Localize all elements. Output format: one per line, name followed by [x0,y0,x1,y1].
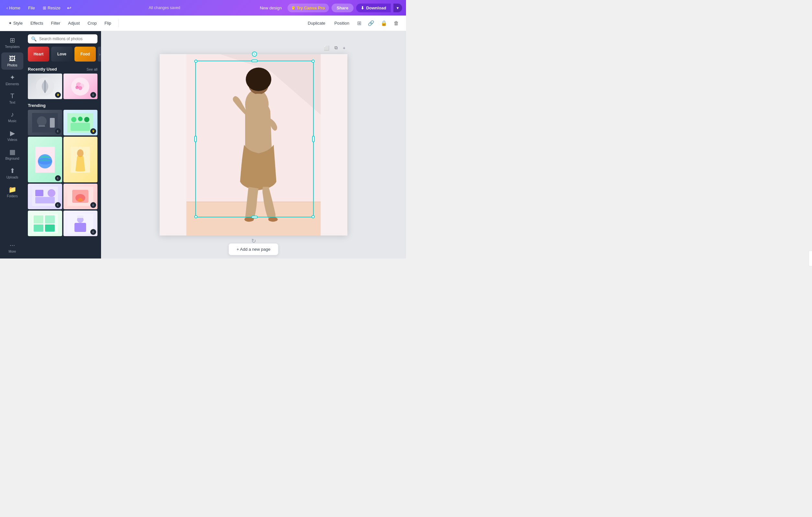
trending-photo-3[interactable]: £ [28,137,62,182]
category-heart[interactable]: Heart [28,47,49,61]
trending-title: Trending [28,103,46,108]
undo-button[interactable]: ↩ [66,4,72,12]
free-badge-4: £ [90,202,96,208]
search-input[interactable] [39,36,94,41]
category-food[interactable]: Food [75,47,96,61]
sidebar-item-videos[interactable]: ▶ Videos [1,127,23,144]
main-layout: ⊞ Templates 🖼 Photos ✦ Elements T Text ♪… [0,31,406,258]
trending-photo-4[interactable] [63,137,98,182]
category-love[interactable]: Love [51,47,72,61]
trending-grid-4: £ [28,211,97,236]
chevron-down-icon: ▾ [397,5,399,10]
sidebar-item-music[interactable]: ♪ Music [1,108,23,125]
canvas-add-button[interactable]: + [341,44,347,52]
see-all-button[interactable]: See all [86,67,97,71]
recent-photo-2[interactable]: £ [63,74,98,99]
svg-point-5 [78,86,82,90]
videos-icon: ▶ [10,129,15,137]
photos-icon: 🖼 [9,55,16,62]
duplicate-button[interactable]: Duplicate [304,19,329,28]
try-pro-button[interactable]: ♛ Try Canva Pro [288,4,329,12]
more-icon: ··· [10,241,15,249]
chevron-left-icon: ‹ [6,5,8,10]
sidebar-item-more[interactable]: ··· More [1,239,23,256]
sidebar-item-templates[interactable]: ⊞ Templates [1,34,23,51]
trending-photo-1[interactable]: £ [28,110,62,135]
sidebar-item-elements[interactable]: ✦ Elements [1,71,23,88]
crown-icon: ♛ [291,5,295,10]
trending-photo-5[interactable]: £ [28,184,62,209]
download-button[interactable]: ⬇ Download [356,4,391,12]
svg-rect-29 [34,215,44,223]
category-chips: Heart Love Food › [25,45,101,64]
svg-point-46 [268,217,278,222]
canvas-content [160,54,347,236]
resize-label: Resize [48,5,61,10]
trending-photo-2[interactable]: ♛ [63,110,98,135]
svg-rect-15 [70,123,90,131]
recently-used-title: Recently Used [28,67,57,72]
cooking-image [32,113,58,133]
canvas-duplicate-button[interactable]: ⧉ [332,44,340,52]
link-icon-button[interactable]: 🔗 [366,18,376,28]
sidebar-item-photos[interactable]: 🖼 Photos [1,53,23,70]
svg-rect-35 [75,223,86,232]
home-button[interactable]: ‹ Home [4,4,23,12]
music-icon: ♪ [11,111,14,118]
toolbar-right: Duplicate Position ⊞ 🔗 🔒 🗑 [304,18,401,28]
svg-rect-32 [45,224,55,232]
delete-icon-button[interactable]: 🗑 [392,19,401,28]
svg-point-6 [76,86,79,89]
new-design-button[interactable]: New design [256,4,285,12]
sidebar-item-background[interactable]: ▦ Bkground [1,145,23,163]
navbar: ‹ Home File ⊞ Resize ↩ All changes saved… [0,0,406,16]
svg-point-24 [48,189,55,197]
grid-icon-button[interactable]: ⊞ [355,18,363,28]
free-badge-1: £ [55,128,61,134]
sidebar-item-text[interactable]: T Text [1,90,23,107]
canvas-page: ↻ [160,54,347,236]
trending-photo-8[interactable]: £ [63,211,98,236]
share-button[interactable]: Share [331,4,353,12]
canvas-copy-frame-button[interactable]: ⬜ [322,44,331,52]
filter-button[interactable]: Filter [48,19,63,28]
category-scroll-right[interactable]: › [98,47,101,61]
add-page-button[interactable]: + Add a new page [229,243,279,255]
effects-button[interactable]: Effects [27,19,47,28]
fireplace-image [67,187,93,206]
photos-panel: 🔍 Heart Love Food › Recently Used See al… [25,31,101,258]
recently-used-grid: ♛ £ [28,74,97,99]
download-chevron-button[interactable]: ▾ [394,4,402,12]
globe-image [35,147,55,173]
svg-rect-22 [35,190,44,196]
lock-icon-button[interactable]: 🔒 [379,18,389,28]
adjust-button[interactable]: Adjust [65,19,83,28]
svg-point-13 [78,117,83,121]
svg-rect-10 [50,118,55,128]
uploads-icon: ⬆ [10,167,15,174]
nav-right: New design ♛ Try Canva Pro Share ⬇ Downl… [256,4,402,12]
trending-grid-1: £ ♛ [28,110,97,135]
style-button[interactable]: ✦ Style [5,19,26,28]
recent-photo-1[interactable]: ♛ [28,74,62,99]
file-button[interactable]: File [26,4,37,12]
style-icon: ✦ [8,21,12,26]
svg-point-12 [71,117,77,122]
trending-photo-6[interactable]: £ [63,184,98,209]
flip-button[interactable]: Flip [102,19,115,28]
position-button[interactable]: Position [331,19,353,28]
trending-photo-7[interactable] [28,211,62,236]
crop-button[interactable]: Crop [84,19,100,28]
panel-scroll: Recently Used See all ♛ [25,64,101,258]
svg-point-8 [37,116,47,126]
resize-button[interactable]: ⊞ Resize [40,4,63,12]
kitchen-image [32,187,58,206]
flowers-image [70,77,90,96]
download-icon: ⬇ [361,5,364,10]
sidebar-item-uploads[interactable]: ⬆ Uploads [1,164,23,182]
sidebar-item-folders[interactable]: 📁 Folders [1,183,23,200]
search-box: 🔍 [28,34,97,44]
woman-back-image [70,147,90,173]
leaf-image [35,77,55,96]
tile-pattern-image [32,214,58,233]
